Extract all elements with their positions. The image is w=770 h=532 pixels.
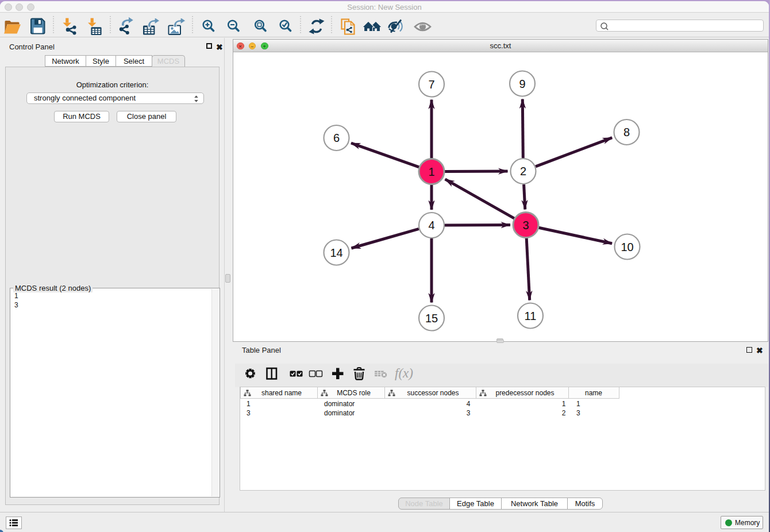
svg-text:10: 10 [621,240,633,253]
svg-text:9: 9 [519,77,525,90]
svg-text:2: 2 [520,165,526,178]
svg-text:15: 15 [425,311,438,324]
svg-text:11: 11 [525,309,537,322]
svg-text:8: 8 [623,126,630,138]
svg-text:4: 4 [428,219,434,232]
svg-text:1: 1 [428,165,434,178]
svg-text:f(x): f(x) [395,366,413,380]
svg-text:14: 14 [330,246,342,259]
svg-text:3: 3 [522,218,529,231]
svg-text:7: 7 [428,78,434,90]
svg-text:6: 6 [333,132,340,144]
